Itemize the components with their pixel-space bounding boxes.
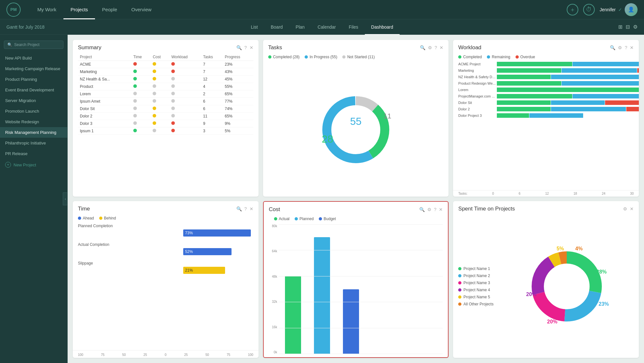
cell-tasks: 3 — [201, 127, 223, 135]
workload-bar — [497, 81, 639, 86]
cost-close-icon[interactable]: ✕ — [439, 207, 443, 212]
tab-files[interactable]: Files — [342, 19, 365, 35]
tab-calendar[interactable]: Calendar — [311, 19, 342, 35]
table-row: Dolor Sit 6 74% — [78, 105, 253, 113]
cell-cost — [151, 105, 169, 113]
sidebar-item-6[interactable]: Website Redesign — [0, 116, 67, 127]
workload-row: Dolor Sit — [458, 100, 634, 105]
grid-icon[interactable]: ⊞ — [618, 24, 622, 30]
nav-item-projects[interactable]: Projects — [63, 0, 95, 19]
workload-close-icon[interactable]: ✕ — [630, 45, 634, 50]
cell-tasks: 11 — [201, 113, 223, 120]
time-row-planned: Planned Completion 73% — [78, 224, 253, 237]
summary-info-icon[interactable]: ? — [244, 45, 247, 50]
sidebar-item-1[interactable]: Marketing Campaign Release — [0, 63, 67, 74]
workload-bar — [497, 88, 639, 92]
summary-close-icon[interactable]: ✕ — [250, 45, 253, 50]
completed-dot — [268, 55, 271, 59]
cell-workload — [169, 76, 201, 83]
spent-legend-2: Project Name 2 — [458, 274, 493, 278]
sidebar-item-4[interactable]: Server Migration — [0, 95, 67, 106]
cell-progress: 43% — [223, 68, 253, 76]
cell-time — [131, 127, 151, 135]
settings-icon[interactable]: ⚙ — [633, 24, 638, 30]
col-progress: Progress — [223, 53, 253, 61]
tab-list[interactable]: List — [244, 19, 264, 35]
nav-links: My Work Projects People Overview — [30, 0, 567, 19]
cost-search-icon[interactable]: 🔍 — [419, 207, 425, 212]
cell-tasks: 6 — [201, 105, 223, 113]
svg-text:55: 55 — [350, 116, 362, 127]
widget-spent-title: Spent Time on Projects — [458, 206, 515, 212]
svg-text:20%: 20% — [547, 319, 557, 324]
cell-project: Lorem — [78, 90, 131, 98]
table-row: Ipsum Amet 6 77% — [78, 98, 253, 105]
tab-dashboard[interactable]: Dashboard — [365, 19, 400, 35]
nav-item-people[interactable]: People — [95, 0, 124, 19]
workload-legend: Completed Remaining Overdue — [453, 53, 639, 62]
spent-close-icon[interactable]: ✕ — [630, 206, 634, 211]
cell-project: Product — [78, 83, 131, 90]
filter-icon[interactable]: ⊟ — [626, 24, 630, 30]
cell-time — [131, 120, 151, 127]
summary-table: Project Time Cost Workload Tasks Progres… — [78, 53, 253, 135]
time-search-icon[interactable]: 🔍 — [236, 206, 242, 211]
cell-progress: 77% — [223, 98, 253, 105]
nav-item-mywork[interactable]: My Work — [30, 0, 63, 19]
workload-row: Dolor Project 3 — [458, 113, 634, 118]
cell-project: NZ Health & Sa... — [78, 76, 131, 83]
timer-button[interactable]: ⏱ — [583, 4, 595, 15]
cost-info-icon[interactable]: ? — [434, 207, 437, 212]
legend-completed: Completed (28) — [268, 55, 300, 59]
workload-search-icon[interactable]: 🔍 — [610, 45, 615, 50]
sidebar-item-3[interactable]: Event Brand Development — [0, 85, 67, 95]
sidebar-item-2[interactable]: Product Planning — [0, 74, 67, 85]
widget-workload-title: Workload — [458, 44, 481, 51]
widget-spent-time: Spent Time on Projects ⚙ ✕ Project Name … — [453, 201, 639, 358]
workload-legend-completed: Completed — [458, 55, 482, 59]
sidebar-item-5[interactable]: Promotion Launch — [0, 106, 67, 116]
sidebar-collapse-button[interactable]: ‹ — [63, 192, 68, 205]
sidebar-item-8[interactable]: Philanthropic Initiative — [0, 138, 67, 148]
workload-row-label: ACME Project — [458, 62, 497, 66]
workload-legend-remaining: Remaining — [487, 55, 510, 59]
time-close-icon[interactable]: ✕ — [250, 206, 253, 211]
sidebar-item-7[interactable]: Risk Management Planning — [0, 127, 67, 138]
workload-row: Marketing — [458, 68, 634, 73]
sidebar-item-9[interactable]: PR Release — [0, 148, 67, 159]
sidebar-item-0[interactable]: New API Build — [0, 53, 67, 63]
widget-spent-icons: ⚙ ✕ — [623, 206, 634, 211]
logo[interactable]: PM — [6, 3, 21, 17]
cost-bar-budget — [343, 289, 359, 354]
tasks-search-icon[interactable]: 🔍 — [420, 45, 425, 50]
user-menu[interactable]: Jennifer ✓ 👤 — [600, 3, 638, 16]
summary-search-icon[interactable]: 🔍 — [236, 45, 242, 50]
time-row-slippage: Slippage 21% — [78, 261, 253, 274]
nav-item-overview[interactable]: Overview — [124, 0, 159, 19]
cost-settings-icon[interactable]: ⚙ — [427, 207, 431, 212]
new-project-button[interactable]: + New Project — [0, 159, 67, 171]
time-behind-dot — [99, 217, 102, 220]
workload-row: ProjectManager.com ... — [458, 94, 634, 98]
spent-settings-icon[interactable]: ⚙ — [623, 206, 627, 211]
search-box[interactable]: 🔍 Search Project — [4, 41, 63, 49]
workload-info-icon[interactable]: ? — [625, 45, 627, 50]
workload-row: NZ Health & Safety De... — [458, 75, 634, 79]
cell-workload — [169, 113, 201, 120]
cost-bar-planned — [314, 237, 330, 354]
tab-plan[interactable]: Plan — [289, 19, 311, 35]
tab-board[interactable]: Board — [264, 19, 289, 35]
tasks-close-icon[interactable]: ✕ — [440, 45, 443, 50]
time-info-icon[interactable]: ? — [244, 206, 247, 211]
widget-summary: Summary 🔍 ? ✕ Project Time Cost Workload — [73, 40, 259, 197]
tasks-info-icon[interactable]: ? — [435, 45, 437, 50]
tasks-settings-icon[interactable]: ⚙ — [428, 45, 432, 50]
workload-bar — [497, 94, 639, 98]
add-button[interactable]: ＋ — [567, 4, 578, 15]
wl-remaining-dot — [487, 55, 490, 59]
cell-workload — [169, 98, 201, 105]
widget-time-icons: 🔍 ? ✕ — [236, 206, 253, 211]
workload-settings-icon[interactable]: ⚙ — [618, 45, 622, 50]
cell-cost — [151, 98, 169, 105]
widget-tasks-icons: 🔍 ⚙ ? ✕ — [420, 45, 444, 50]
